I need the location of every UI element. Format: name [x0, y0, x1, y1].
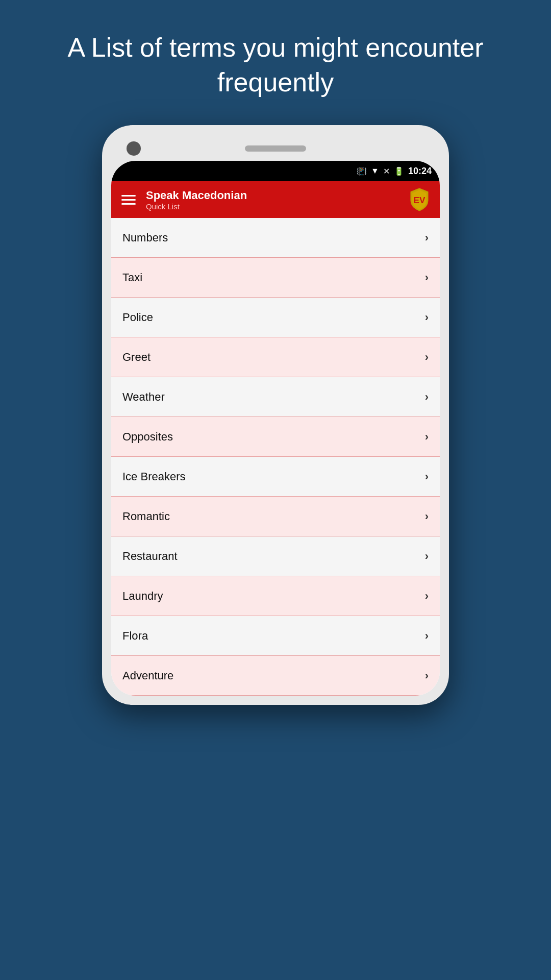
list-item-label: Romantic	[122, 510, 170, 523]
list-item-label: Greet	[122, 351, 151, 364]
list-item-label: Weather	[122, 390, 165, 404]
svg-text:EV: EV	[414, 195, 425, 205]
list-item[interactable]: Weather›	[111, 377, 440, 417]
list-item-label: Opposites	[122, 430, 173, 444]
list-item-arrow-icon: ›	[425, 351, 429, 364]
phone-frame: 📳 ▼ ✕ 🔋 10:24 Speak Macedonian Quick Lis…	[102, 125, 449, 705]
list-item[interactable]: Ice Breakers›	[111, 457, 440, 497]
list-item-arrow-icon: ›	[425, 271, 429, 284]
wifi-icon: ▼	[371, 166, 379, 176]
list-item-label: Numbers	[122, 231, 168, 244]
list-item-label: Police	[122, 311, 153, 324]
list-item[interactable]: Taxi›	[111, 258, 440, 298]
list-item-arrow-icon: ›	[425, 590, 429, 603]
list-item-arrow-icon: ›	[425, 669, 429, 682]
list-item-arrow-icon: ›	[425, 510, 429, 523]
app-bar: Speak Macedonian Quick List EV	[111, 181, 440, 218]
app-name: Speak Macedonian	[146, 189, 399, 202]
vibrate-icon: 📳	[357, 166, 367, 176]
hamburger-line-3	[121, 203, 136, 205]
app-logo-icon: EV	[407, 187, 432, 212]
app-bar-titles: Speak Macedonian Quick List	[146, 189, 399, 211]
phone-screen: 📳 ▼ ✕ 🔋 10:24 Speak Macedonian Quick Lis…	[111, 161, 440, 696]
list-item[interactable]: Numbers›	[111, 218, 440, 258]
list-item[interactable]: Romantic›	[111, 497, 440, 536]
list-item-label: Flora	[122, 629, 148, 643]
signal-icon: ✕	[383, 166, 390, 176]
list-item-arrow-icon: ›	[425, 470, 429, 483]
list-item[interactable]: Greet›	[111, 337, 440, 377]
list-item-label: Taxi	[122, 271, 142, 284]
list-item-arrow-icon: ›	[425, 430, 429, 444]
list-item[interactable]: Adventure›	[111, 656, 440, 696]
status-time: 10:24	[408, 166, 432, 177]
list-item[interactable]: Police›	[111, 298, 440, 337]
list-item-arrow-icon: ›	[425, 390, 429, 404]
menu-button[interactable]	[119, 193, 138, 207]
list-container: Numbers›Taxi›Police›Greet›Weather›Opposi…	[111, 218, 440, 696]
list-item-label: Adventure	[122, 669, 173, 682]
hamburger-line-2	[121, 199, 136, 201]
list-item-arrow-icon: ›	[425, 550, 429, 563]
list-item-arrow-icon: ›	[425, 231, 429, 244]
page-heading: A List of terms you might encounter freq…	[0, 0, 551, 125]
list-item[interactable]: Opposites›	[111, 417, 440, 457]
list-item[interactable]: Laundry›	[111, 576, 440, 616]
battery-icon: 🔋	[394, 166, 404, 176]
list-item-arrow-icon: ›	[425, 311, 429, 324]
list-item-label: Restaurant	[122, 550, 178, 563]
hamburger-line-1	[121, 195, 136, 197]
list-item[interactable]: Flora›	[111, 616, 440, 656]
list-item-arrow-icon: ›	[425, 629, 429, 643]
list-item[interactable]: Restaurant›	[111, 536, 440, 576]
list-item-label: Laundry	[122, 590, 163, 603]
status-bar: 📳 ▼ ✕ 🔋 10:24	[111, 161, 440, 181]
phone-speaker	[245, 145, 306, 152]
app-subtitle: Quick List	[146, 202, 399, 211]
phone-top-decoration	[111, 134, 440, 161]
phone-camera	[127, 141, 141, 156]
list-item-label: Ice Breakers	[122, 470, 186, 483]
